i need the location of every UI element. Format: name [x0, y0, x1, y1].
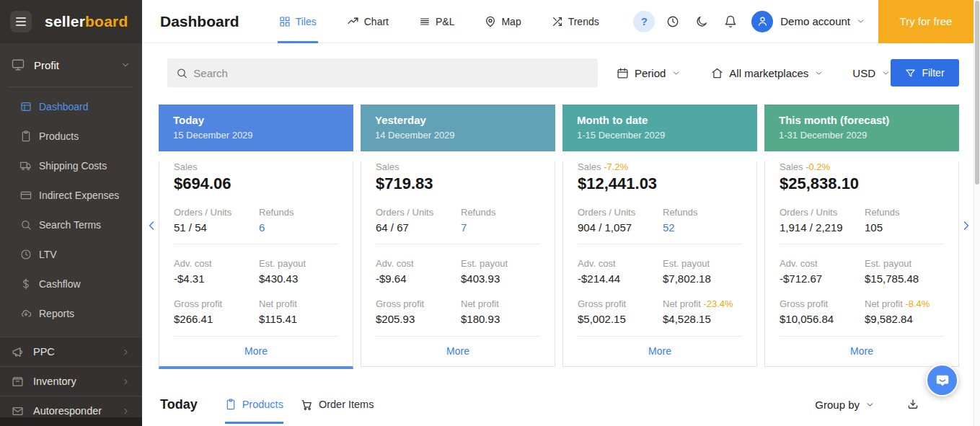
search-input[interactable] [193, 67, 589, 79]
sales-value: $719.83 [376, 174, 540, 193]
refunds-link[interactable]: 7 [461, 221, 467, 234]
tab-map[interactable]: Map [485, 0, 521, 43]
chat-icon [935, 373, 950, 389]
sidebar-item-cashflow[interactable]: Cashflow [0, 269, 142, 298]
grid-icon [279, 16, 291, 27]
marketplaces-dropdown[interactable]: All marketplaces [711, 67, 824, 79]
gross-profit-value: $5,002.15 [578, 313, 663, 325]
cart-icon [301, 399, 313, 411]
sidebar-section-profit[interactable]: Profit [0, 49, 142, 81]
refunds-value: 105 [865, 221, 944, 234]
person-icon [756, 15, 769, 27]
adv-cost-value: -$9.64 [376, 272, 461, 285]
main-area: Dashboard Tiles Chart P&L Map [142, 0, 974, 426]
kpi-cards-row: Today 15 December 2029 Sales $694.06 Ord… [159, 105, 974, 369]
tab-products[interactable]: Products [225, 389, 283, 420]
download-button[interactable] [906, 398, 919, 411]
tab-chart[interactable]: Chart [347, 0, 389, 43]
clipboard-icon [225, 399, 237, 410]
chevron-down-icon [856, 17, 865, 26]
orders-value: 51 / 54 [174, 221, 259, 234]
dollar-icon [20, 278, 32, 290]
card-header: Yesterday 14 December 2029 [361, 105, 555, 151]
account-label: Demo account [780, 15, 850, 27]
envelope-icon [12, 405, 24, 417]
carousel-chevron-left-icon[interactable] [144, 218, 159, 233]
sidebar-item-dashboard[interactable]: Dashboard [0, 92, 142, 121]
chevron-down-icon [671, 68, 681, 78]
dark-mode-button[interactable] [691, 11, 712, 32]
monitor-icon [12, 58, 25, 71]
more-link[interactable]: More [780, 336, 944, 366]
tab-order-items[interactable]: Order Items [301, 389, 374, 420]
net-profit-value: $115.41 [259, 313, 338, 325]
tab-tiles[interactable]: Tiles [279, 0, 317, 43]
orders-value: 904 / 1,057 [578, 221, 663, 234]
dashboard-icon [20, 101, 32, 112]
topbar-actions: ? Demo account Try for free [626, 0, 974, 43]
adv-cost-value: -$4.31 [174, 272, 259, 285]
chevron-right-icon [121, 407, 131, 416]
download-icon [906, 398, 919, 411]
moon-icon [695, 15, 708, 28]
scrollbar-thumb[interactable] [975, 1, 979, 185]
sidebar-footer [0, 417, 142, 426]
group-by-dropdown[interactable]: Group by [815, 399, 875, 411]
sales-delta: -7.2% [604, 161, 628, 172]
help-button[interactable]: ? [633, 11, 655, 32]
account-menu[interactable]: Demo account [780, 15, 865, 27]
sidebar-item-products[interactable]: Products [0, 121, 142, 151]
more-link[interactable]: More [578, 336, 742, 366]
more-link[interactable]: More [174, 336, 338, 366]
sidebar-nav: Dashboard Products Shipping Costs Indire… [0, 92, 142, 328]
card-icon [20, 190, 32, 201]
sidebar-divider [9, 86, 133, 87]
tab-pnl[interactable]: P&L [419, 0, 454, 43]
notifications-button[interactable] [720, 11, 741, 32]
sidebar-item-inventory[interactable]: Inventory [0, 367, 142, 396]
net-profit-value: $9,582.84 [865, 313, 944, 325]
filter-button[interactable]: Filter [891, 59, 959, 86]
vertical-scrollbar[interactable] [974, 0, 980, 426]
details-actions: Group by [815, 398, 919, 411]
sales-value: $25,838.10 [780, 174, 944, 193]
sellerboard-logo[interactable]: sellerboard [45, 13, 128, 30]
funnel-icon [905, 68, 916, 79]
sidebar-item-reports[interactable]: Reports [0, 298, 142, 328]
clock-icon [20, 249, 32, 260]
gross-profit-value: $266.41 [174, 313, 259, 325]
sidebar-item-ltv[interactable]: LTV [0, 239, 142, 269]
currency-dropdown[interactable]: USD [852, 67, 891, 79]
card-header: Today 15 December 2029 [159, 105, 353, 151]
topbar: Dashboard Tiles Chart P&L Map [142, 0, 974, 43]
net-delta: -23.4% [703, 298, 733, 309]
net-delta: -8.4% [905, 298, 930, 309]
avatar[interactable] [751, 11, 773, 32]
hamburger-menu-button[interactable] [10, 11, 32, 32]
history-button[interactable] [662, 11, 684, 32]
page-title: Dashboard [160, 13, 239, 30]
search-box[interactable] [167, 58, 598, 87]
calendar-icon [617, 67, 629, 79]
refunds-link[interactable]: 6 [259, 221, 265, 234]
sidebar-item-ppc[interactable]: PPC [0, 337, 142, 367]
details-heading: Today [160, 397, 198, 412]
clipboard-icon [20, 130, 32, 142]
tab-trends[interactable]: Trends [552, 0, 599, 43]
kpi-cards-section: Today 15 December 2029 Sales $694.06 Ord… [142, 105, 974, 369]
cloud-icon [20, 308, 32, 319]
try-for-free-button[interactable]: Try for free [878, 0, 974, 43]
carousel-chevron-right-icon[interactable] [959, 218, 974, 233]
period-dropdown[interactable]: Period [617, 67, 681, 79]
chevron-down-icon [881, 68, 891, 78]
sidebar-item-search-terms[interactable]: Search Terms [0, 210, 142, 239]
details-tabs: Products Order Items [225, 389, 374, 420]
sidebar-item-indirect-expenses[interactable]: Indirect Expenses [0, 180, 142, 210]
chat-fab-button[interactable] [926, 364, 958, 396]
more-link[interactable]: More [376, 336, 540, 366]
details-toolbar: Today Products Order Items Group by [160, 389, 974, 420]
gross-profit-value: $10,056.84 [780, 313, 865, 325]
sidebar-item-shipping-costs[interactable]: Shipping Costs [0, 151, 142, 180]
sales-delta: -0.2% [805, 161, 830, 172]
refunds-link[interactable]: 52 [663, 221, 675, 234]
